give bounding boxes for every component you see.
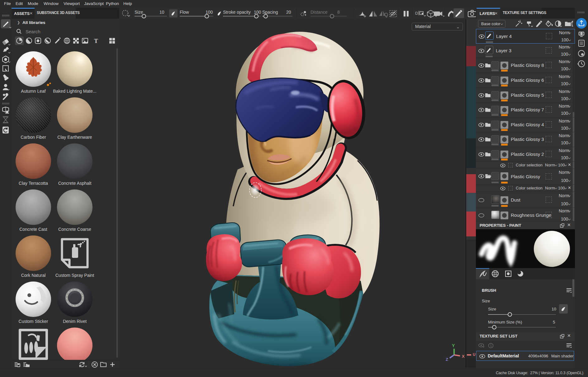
- svg-text:1: 1: [490, 344, 492, 347]
- svg-text:T: T: [94, 38, 98, 44]
- svg-text:D: D: [415, 11, 418, 16]
- svg-text:Y: Y: [452, 343, 455, 348]
- svg-text:Z: Z: [446, 357, 448, 362]
- svg-text:X: X: [462, 354, 465, 359]
